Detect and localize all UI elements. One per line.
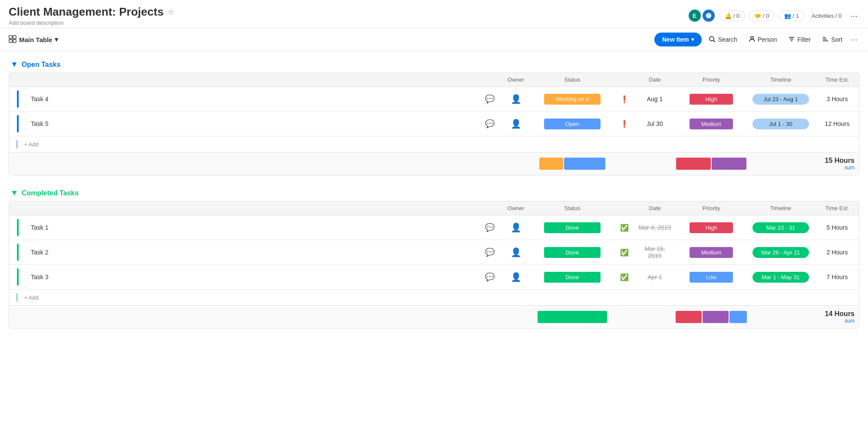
- priority-cell[interactable]: High: [677, 90, 746, 108]
- summary-spacer7: [746, 315, 815, 319]
- owner-icon[interactable]: 👤: [503, 268, 529, 286]
- summary-spacer5: [616, 315, 633, 319]
- activities-button[interactable]: Activities / 0: [808, 11, 845, 21]
- person-button[interactable]: Person: [744, 33, 781, 46]
- avatar-link[interactable]: [702, 9, 716, 23]
- table-row: Task 3 💬 👤 Done ✅ Apr 1 Low Mar 1 - May …: [9, 265, 859, 290]
- top-header: Client Management: Projects ☆ Add board …: [0, 0, 868, 28]
- open-col-owner: Owner: [503, 73, 529, 86]
- handshake-stat[interactable]: 🤝 / 0: [749, 10, 775, 21]
- toolbar-more-button[interactable]: ···: [849, 33, 859, 46]
- sort-icon: [822, 36, 829, 44]
- priority-cell[interactable]: Low: [677, 268, 746, 286]
- open-col-date-icon: [616, 73, 633, 86]
- comment-icon[interactable]: 💬: [477, 115, 503, 132]
- timeline-cell[interactable]: Mar 26 - Apr 21: [746, 244, 815, 261]
- board-description[interactable]: Add board description: [9, 20, 174, 26]
- status-cell[interactable]: Done: [529, 219, 616, 237]
- svg-line-5: [713, 40, 715, 42]
- completed-tasks-toggle[interactable]: ▼: [10, 188, 18, 198]
- open-tasks-toggle[interactable]: ▼: [10, 60, 18, 69]
- timeline-cell[interactable]: Mar 1 - May 31: [746, 268, 815, 286]
- timeline-cell[interactable]: Mar 23 - 31: [746, 219, 815, 237]
- total-hours: 15 Hours: [825, 157, 855, 165]
- row-indicator: [9, 215, 26, 240]
- toolbar-right: New Item ▾ Search Person Filter Sort: [654, 33, 859, 46]
- status-badge: Done: [544, 222, 601, 233]
- time-est-cell: 2 Hours: [815, 245, 859, 259]
- priority-cell[interactable]: Medium: [677, 244, 746, 261]
- open-tasks-table: Owner Status Date Priority Timeline Time…: [9, 73, 859, 175]
- header-left: Client Management: Projects ☆ Add board …: [9, 5, 174, 26]
- open-tasks-header: ▼ Open Tasks: [9, 60, 859, 69]
- priority-badge: Low: [690, 272, 733, 283]
- date-cell: Jul 30: [633, 117, 677, 131]
- summary-spacer1: [9, 162, 26, 165]
- open-add-row[interactable]: + Add: [9, 136, 859, 152]
- owner-icon[interactable]: 👤: [503, 115, 529, 132]
- comp-col-priority: Priority: [677, 201, 746, 215]
- comment-icon[interactable]: 💬: [477, 219, 503, 236]
- bell-icon: 🔔: [725, 13, 732, 19]
- comp-col-timeline: Timeline: [746, 201, 815, 215]
- priority-badge: Medium: [690, 119, 733, 129]
- filter-button[interactable]: Filter: [784, 33, 815, 46]
- add-label: + Add: [24, 141, 39, 148]
- task-name[interactable]: Task 3: [26, 270, 477, 284]
- task-name[interactable]: Task 2: [26, 245, 477, 259]
- status-cell[interactable]: Open: [529, 115, 616, 133]
- sum-label: sum: [845, 165, 855, 171]
- time-est-cell: 12 Hours: [815, 117, 859, 131]
- comp-col-comment: [477, 201, 503, 215]
- add-row-indicator: [16, 293, 18, 302]
- owner-icon[interactable]: 👤: [503, 219, 529, 236]
- status-cell[interactable]: Done: [529, 244, 616, 261]
- person-stat[interactable]: 👥 / 1: [779, 10, 805, 21]
- person-count: / 1: [793, 13, 799, 19]
- comp-col-date-icon: [616, 201, 633, 215]
- star-icon[interactable]: ☆: [167, 7, 174, 17]
- date-cell: Mar 15, 2019: [633, 242, 677, 263]
- timeline-cell[interactable]: Jul 23 - Aug 1: [746, 90, 815, 108]
- summary-spacer4: [503, 315, 529, 319]
- task-name[interactable]: Task 5: [26, 117, 477, 131]
- main-table-button[interactable]: Main Table ▾: [9, 35, 58, 44]
- table-row: Task 2 💬 👤 Done ✅ Mar 15, 2019 Medium Ma…: [9, 240, 859, 265]
- completed-add-row[interactable]: + Add: [9, 290, 859, 305]
- comp-col-status: Status: [529, 201, 616, 215]
- completed-tasks-header: ▼ Completed Tasks: [9, 188, 859, 198]
- status-badge: Done: [544, 247, 601, 258]
- alert-icon: ❗: [616, 116, 633, 132]
- sum-label: sum: [845, 318, 855, 324]
- search-icon: [709, 36, 716, 44]
- sort-button[interactable]: Sort: [818, 33, 847, 46]
- new-item-button[interactable]: New Item ▾: [654, 33, 702, 46]
- open-col-comment: [477, 73, 503, 86]
- comment-icon[interactable]: 💬: [477, 91, 503, 107]
- timeline-cell[interactable]: Jul 1 - 30: [746, 115, 815, 133]
- chevron-down-icon: ▾: [55, 36, 58, 43]
- summary-spacer7: [746, 162, 815, 165]
- more-options-button[interactable]: ···: [848, 9, 859, 23]
- row-indicator: [9, 240, 26, 264]
- completed-tasks-title: Completed Tasks: [22, 189, 79, 197]
- priority-cell[interactable]: High: [677, 219, 746, 237]
- comment-icon[interactable]: 💬: [477, 244, 503, 261]
- owner-icon[interactable]: 👤: [503, 244, 529, 261]
- status-cell[interactable]: Done: [529, 268, 616, 286]
- task-name[interactable]: Task 4: [26, 92, 477, 106]
- completed-tasks-group: ▼ Completed Tasks Owner Status Date Prio…: [9, 188, 859, 329]
- summary-spacer2: [26, 315, 477, 319]
- date-cell: Aug 1: [633, 92, 677, 106]
- owner-icon[interactable]: 👤: [503, 90, 529, 108]
- priority-cell[interactable]: Medium: [677, 115, 746, 133]
- notification-stat[interactable]: 🔔 / 0: [719, 10, 745, 21]
- timeline-badge: Jul 1 - 30: [752, 119, 809, 129]
- open-col-timeline: Timeline: [746, 73, 815, 86]
- search-button[interactable]: Search: [704, 33, 741, 46]
- app-title: Client Management: Projects: [9, 5, 164, 19]
- comment-icon[interactable]: 💬: [477, 269, 503, 285]
- avatar-e[interactable]: E: [688, 9, 702, 23]
- status-cell[interactable]: Working on it: [529, 90, 616, 108]
- task-name[interactable]: Task 1: [26, 221, 477, 234]
